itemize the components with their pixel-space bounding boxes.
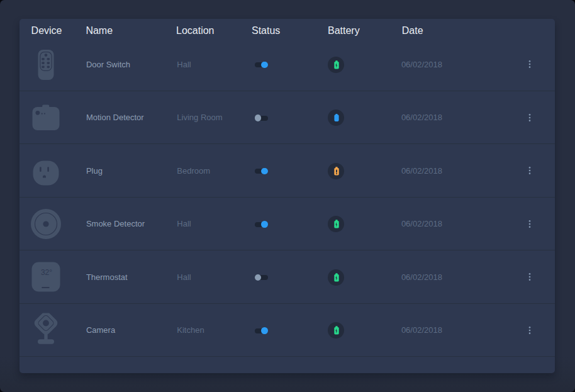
svg-text:32°: 32°	[41, 268, 52, 277]
